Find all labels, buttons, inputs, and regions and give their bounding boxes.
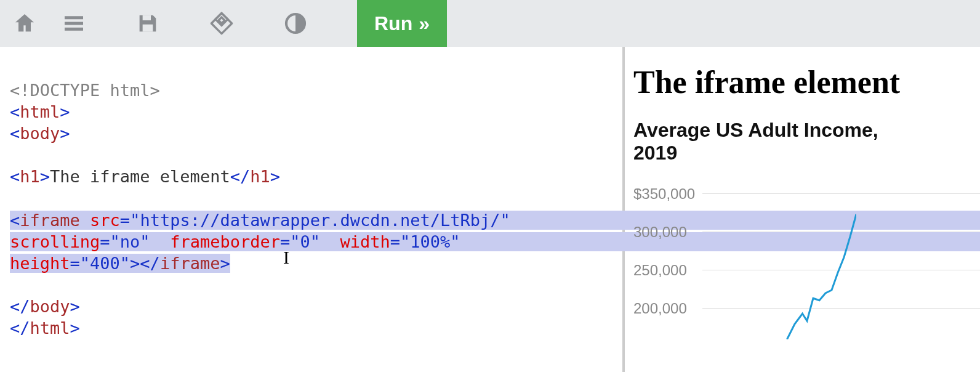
code-token: iframe [20, 211, 80, 230]
page-title: The iframe element [633, 64, 980, 100]
code-token: body [20, 124, 60, 143]
theme-icon[interactable] [271, 0, 320, 47]
code-token: html [30, 318, 70, 338]
code-token: > [220, 254, 230, 273]
code-token: h1 [250, 167, 270, 186]
code-token: html [20, 102, 60, 121]
code-token: height [10, 254, 70, 273]
output-pane: The iframe element Average US Adult Inco… [625, 47, 980, 372]
code-token: "https://datawrapper.dwcdn.net/LtRbj/" [130, 211, 510, 230]
home-icon[interactable] [0, 0, 49, 47]
chart-line [702, 185, 856, 339]
code-token: "100%" [400, 232, 460, 251]
svg-rect-1 [143, 25, 153, 32]
code-token: </ [230, 167, 251, 186]
code-token: < [10, 124, 20, 143]
code-token: "0" [290, 232, 320, 251]
selection-line: height="400"></iframe> [10, 254, 230, 273]
code-token: scrolling [10, 232, 100, 251]
code-token: < [10, 167, 20, 186]
code-token: > [60, 102, 70, 121]
orientation-icon[interactable] [197, 0, 246, 47]
toolbar: Run » [0, 0, 980, 47]
menu-icon[interactable] [49, 0, 98, 47]
code-token: "400" [80, 254, 130, 273]
code-token: > [130, 254, 140, 273]
code-token: iframe [160, 254, 220, 273]
code-token: < [10, 102, 20, 121]
code-token: src [90, 211, 120, 230]
code-token: > [40, 167, 50, 186]
svg-rect-0 [143, 15, 151, 20]
code-token: > [70, 297, 80, 316]
chart: $350,000 300,000 250,000 200,000 [633, 185, 980, 339]
run-button[interactable]: Run » [357, 0, 447, 47]
split-panes: <!DOCTYPE html> <html> <body> <h1>The if… [0, 47, 980, 372]
run-button-label: Run [374, 12, 412, 35]
code-editor[interactable]: <!DOCTYPE html> <html> <body> <h1>The if… [0, 47, 625, 372]
code-token: frameborder [170, 232, 280, 251]
run-button-arrow: » [419, 12, 430, 35]
chart-title: Average US Adult Income, 2019 [633, 119, 980, 164]
code-token: < [10, 211, 20, 230]
code-token: h1 [20, 167, 40, 186]
code-token: > [60, 124, 70, 143]
code-token: </ [10, 318, 30, 338]
save-icon[interactable] [123, 0, 172, 47]
text-cursor-icon: I [283, 245, 289, 269]
code-token: </ [10, 297, 30, 316]
code-token: width [340, 232, 390, 251]
code-token: The iframe element [50, 167, 230, 186]
code-token: body [30, 297, 70, 316]
code-line: <!DOCTYPE html> [10, 81, 160, 100]
code-token: "no" [110, 232, 150, 251]
code-token: > [270, 167, 280, 186]
code-token: > [70, 318, 80, 338]
code-token: </ [140, 254, 160, 273]
